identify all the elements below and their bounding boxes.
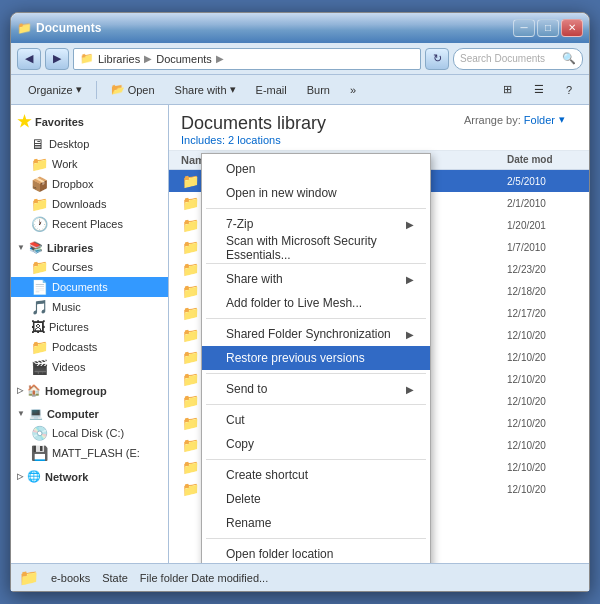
network-header[interactable]: ▷ 🌐 Network [11, 467, 168, 486]
minimize-button[interactable]: ─ [513, 19, 535, 37]
ctx-send-to[interactable]: Send to ▶ [202, 377, 430, 401]
sidebar-item-desktop[interactable]: 🖥 Desktop [11, 134, 168, 154]
sidebar-item-work[interactable]: 📁 Work [11, 154, 168, 174]
sidebar-item-dropbox[interactable]: 📦 Dropbox [11, 174, 168, 194]
email-label: E-mail [256, 84, 287, 96]
ctx-open[interactable]: Open [202, 157, 430, 181]
more-button[interactable]: » [341, 79, 365, 101]
homegroup-icon: 🏠 [27, 384, 41, 397]
arrange-bar: Arrange by: Folder ▾ [452, 113, 577, 126]
sidebar: ★ Favorites 🖥 Desktop 📁 Work 📦 Dropbox 📁 [11, 105, 169, 563]
sidebar-item-downloads[interactable]: 📁 Downloads [11, 194, 168, 214]
ctx-rename[interactable]: Rename [202, 511, 430, 535]
details-button[interactable]: ☰ [525, 79, 553, 101]
ctx-sep-4 [206, 373, 426, 374]
sidebar-item-recent-places[interactable]: 🕐 Recent Places [11, 214, 168, 234]
organize-button[interactable]: Organize ▾ [19, 79, 91, 101]
computer-icon: 💻 [29, 407, 43, 420]
ctx-scan[interactable]: Scan with Microsoft Security Essentials.… [202, 236, 430, 260]
ctx-copy-label: Copy [226, 437, 254, 451]
courses-icon: 📁 [31, 259, 48, 275]
organize-label: Organize [28, 84, 73, 96]
sidebar-item-podcasts[interactable]: 📁 Podcasts [11, 337, 168, 357]
help-button[interactable]: ? [557, 79, 581, 101]
network-icon: 🌐 [27, 470, 41, 483]
sidebar-item-music[interactable]: 🎵 Music [11, 297, 168, 317]
date-11: 12/10/20 [507, 418, 577, 429]
ctx-shared-sync-label: Shared Folder Synchronization [226, 327, 391, 341]
open-icon: 📂 [111, 83, 125, 96]
ctx-sep-1 [206, 208, 426, 209]
libraries-header[interactable]: ▼ 📚 Libraries [11, 238, 168, 257]
refresh-button[interactable]: ↻ [425, 48, 449, 70]
ctx-sep-7 [206, 538, 426, 539]
ctx-copy[interactable]: Copy [202, 432, 430, 456]
address-icon: 📁 [80, 52, 94, 65]
local-disk-icon: 💿 [31, 425, 48, 441]
sidebar-item-documents[interactable]: 📄 Documents [11, 277, 168, 297]
share-with-label: Share with [175, 84, 227, 96]
toolbar: Organize ▾ 📂 Open Share with ▾ E-mail Bu… [11, 75, 589, 105]
date-14: 12/10/20 [507, 484, 577, 495]
ctx-restore[interactable]: Restore previous versions [202, 346, 430, 370]
homegroup-label: Homegroup [45, 385, 107, 397]
view-button[interactable]: ⊞ [494, 79, 521, 101]
ctx-7zip[interactable]: 7-Zip ▶ [202, 212, 430, 236]
forward-button[interactable]: ▶ [45, 48, 69, 70]
folder-icon-9: 📁 [181, 371, 199, 387]
arrange-label: Arrange by: [464, 114, 521, 126]
ctx-share-with-arrow: ▶ [406, 274, 414, 285]
ctx-create-shortcut[interactable]: Create shortcut [202, 463, 430, 487]
sidebar-item-local-disk[interactable]: 💿 Local Disk (C:) [11, 423, 168, 443]
sidebar-item-pictures[interactable]: 🖼 Pictures [11, 317, 168, 337]
address-path[interactable]: 📁 Libraries ▶ Documents ▶ [73, 48, 421, 70]
homegroup-section: ▷ 🏠 Homegroup [11, 381, 168, 400]
libraries-section: ▼ 📚 Libraries 📁 Courses 📄 Documents 🎵 Mu… [11, 238, 168, 377]
share-with-button[interactable]: Share with ▾ [166, 79, 245, 101]
sidebar-item-videos[interactable]: 🎬 Videos [11, 357, 168, 377]
close-button[interactable]: ✕ [561, 19, 583, 37]
ctx-shared-sync[interactable]: Shared Folder Synchronization ▶ [202, 322, 430, 346]
title-bar: 📁 Documents ─ □ ✕ [11, 13, 589, 43]
burn-button[interactable]: Burn [298, 79, 339, 101]
network-section: ▷ 🌐 Network [11, 467, 168, 486]
date-1: 2/1/2010 [507, 198, 577, 209]
content-panel: Documents library Includes: 2 locations … [169, 105, 589, 563]
library-title: Documents library [181, 113, 326, 134]
ctx-add-live-mesh[interactable]: Add folder to Live Mesh... [202, 291, 430, 315]
pictures-label: Pictures [49, 321, 89, 333]
sidebar-item-courses[interactable]: 📁 Courses [11, 257, 168, 277]
back-button[interactable]: ◀ [17, 48, 41, 70]
ctx-rename-label: Rename [226, 516, 271, 530]
share-with-arrow: ▾ [230, 83, 236, 96]
explorer-window: 📁 Documents ─ □ ✕ ◀ ▶ 📁 Libraries ▶ Docu… [10, 12, 590, 592]
folder-icon-4: 📁 [181, 261, 199, 277]
open-button[interactable]: 📂 Open [102, 79, 164, 101]
ctx-share-with[interactable]: Share with ▶ [202, 267, 430, 291]
email-button[interactable]: E-mail [247, 79, 296, 101]
favorites-header[interactable]: ★ Favorites [11, 109, 168, 134]
ctx-add-live-mesh-label: Add folder to Live Mesh... [226, 296, 362, 310]
ctx-cut[interactable]: Cut [202, 408, 430, 432]
date-9: 12/10/20 [507, 374, 577, 385]
toolbar-separator-1 [96, 81, 97, 99]
computer-header[interactable]: ▼ 💻 Computer [11, 404, 168, 423]
homegroup-header[interactable]: ▷ 🏠 Homegroup [11, 381, 168, 400]
folder-icon-12: 📁 [181, 437, 199, 453]
folder-icon-14: 📁 [181, 481, 199, 497]
folder-icon-2: 📁 [181, 217, 199, 233]
more-label: » [350, 84, 356, 96]
search-box[interactable]: Search Documents 🔍 [453, 48, 583, 70]
status-item-type: State [102, 572, 128, 584]
sidebar-item-matt-flash[interactable]: 💾 MATT_FLASH (E: [11, 443, 168, 463]
ctx-open-new-window[interactable]: Open in new window [202, 181, 430, 205]
computer-section: ▼ 💻 Computer 💿 Local Disk (C:) 💾 MATT_FL… [11, 404, 168, 463]
favorites-label: Favorites [35, 116, 84, 128]
ctx-delete[interactable]: Delete [202, 487, 430, 511]
arrange-by-button[interactable]: Folder ▾ [524, 113, 565, 126]
date-5: 12/18/20 [507, 286, 577, 297]
ctx-open-folder-location[interactable]: Open folder location [202, 542, 430, 563]
folder-icon-8: 📁 [181, 349, 199, 365]
maximize-button[interactable]: □ [537, 19, 559, 37]
dropbox-icon: 📦 [31, 176, 48, 192]
